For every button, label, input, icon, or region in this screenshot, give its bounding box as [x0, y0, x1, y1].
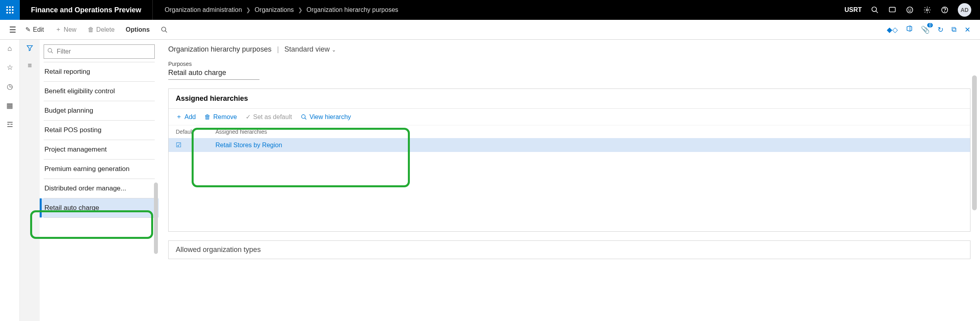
remove-button[interactable]: 🗑Remove — [204, 113, 237, 121]
global-header: Finance and Operations Preview Organizat… — [0, 0, 980, 20]
list-pane: Retail reporting Benefit eligibility con… — [40, 40, 159, 321]
svg-point-4 — [909, 9, 909, 10]
options-label: Options — [126, 26, 150, 33]
clock-icon[interactable]: ◷ — [7, 82, 13, 91]
add-button[interactable]: ＋Add — [176, 113, 196, 121]
star-icon[interactable]: ☆ — [7, 63, 13, 72]
list-item[interactable]: Retail reporting — [40, 62, 159, 81]
breadcrumb-item[interactable]: Organization hierarchy purposes — [307, 6, 398, 13]
filter-search-icon — [47, 48, 54, 56]
nav-rail: ⌂ ☆ ◷ ▦ ☲ — [0, 40, 20, 321]
view-selector[interactable]: Standard view ⌄ — [284, 45, 336, 54]
allowed-org-types-section[interactable]: Allowed organization types — [168, 240, 970, 259]
popout-icon[interactable]: ⧉ — [951, 25, 957, 34]
scrollbar-thumb[interactable] — [972, 75, 977, 210]
svg-point-13 — [302, 115, 305, 118]
chevron-right-icon: ❯ — [246, 7, 251, 13]
svg-point-3 — [907, 7, 913, 13]
section-title: Assigned hierarchies — [169, 89, 970, 109]
chat-icon[interactable] — [888, 6, 897, 14]
breadcrumb-item[interactable]: Organizations — [255, 6, 294, 13]
svg-rect-2 — [890, 7, 895, 12]
waffle-icon — [6, 6, 13, 13]
list-item[interactable]: Benefit eligibility control — [40, 82, 159, 101]
view-hierarchy-button[interactable]: View hierarchy — [301, 113, 351, 121]
delete-label: Delete — [96, 26, 115, 33]
main-content: Organization hierarchy purposes | Standa… — [159, 40, 980, 321]
delete-button[interactable]: 🗑Delete — [82, 20, 120, 40]
app-launcher[interactable] — [0, 0, 20, 20]
col-default-header: Default — [176, 129, 215, 135]
scrollbar-thumb[interactable] — [154, 183, 158, 254]
svg-line-12 — [51, 52, 53, 53]
svg-point-6 — [926, 9, 928, 11]
trash-icon: 🗑 — [204, 113, 211, 121]
app-title: Finance and Operations Preview — [20, 0, 153, 20]
list-item[interactable]: Distributed order manage... — [40, 179, 159, 198]
breadcrumb-item[interactable]: Organization administration — [165, 6, 242, 13]
user-avatar[interactable]: AD — [958, 3, 971, 17]
purposes-label: Purposes — [168, 61, 970, 67]
svg-line-14 — [305, 118, 306, 119]
grid-row[interactable]: ☑ Retail Stores by Region — [169, 138, 970, 152]
hierarchy-link[interactable]: Retail Stores by Region — [215, 142, 282, 149]
office-icon[interactable] — [906, 25, 913, 34]
new-button[interactable]: ＋New — [50, 20, 82, 40]
plus-icon: ＋ — [55, 25, 61, 34]
company-code[interactable]: USRT — [844, 6, 862, 13]
close-icon[interactable]: ✕ — [965, 25, 970, 34]
filter-rail: ≡ — [20, 40, 40, 321]
edit-button[interactable]: ✎Edit — [20, 20, 50, 40]
diamond-icon[interactable]: ◆◇ — [887, 25, 898, 34]
home-icon[interactable]: ⌂ — [8, 44, 12, 53]
list-item[interactable]: Budget planning — [40, 101, 159, 120]
svg-point-8 — [945, 12, 945, 12]
search-icon[interactable] — [870, 6, 879, 14]
pencil-icon: ✎ — [25, 26, 31, 33]
default-checkbox[interactable]: ☑ — [176, 141, 215, 149]
smile-icon[interactable] — [905, 6, 914, 14]
svg-point-9 — [162, 27, 166, 31]
breadcrumb: Organization administration ❯ Organizati… — [153, 6, 836, 13]
svg-line-10 — [165, 31, 167, 33]
search-button[interactable] — [155, 20, 173, 40]
check-icon: ✓ — [246, 113, 251, 121]
filter-box[interactable] — [44, 44, 155, 59]
svg-line-1 — [876, 11, 878, 13]
svg-point-5 — [911, 9, 911, 10]
assigned-hierarchies-section: Assigned hierarchies ＋Add 🗑Remove ✓Set a… — [168, 88, 970, 232]
funnel-icon[interactable] — [26, 44, 33, 54]
trash-icon: 🗑 — [88, 26, 94, 33]
plus-icon: ＋ — [176, 113, 182, 121]
help-icon[interactable] — [940, 6, 949, 14]
svg-point-11 — [48, 48, 52, 52]
modules-icon[interactable]: ☲ — [7, 120, 13, 129]
svg-point-0 — [872, 7, 877, 12]
search-icon — [301, 114, 307, 120]
list-item-selected[interactable]: Retail auto charge — [40, 198, 159, 217]
list-lines-icon[interactable]: ≡ — [28, 62, 32, 70]
filter-input[interactable] — [57, 48, 151, 55]
set-default-button: ✓Set as default — [246, 113, 292, 121]
attach-icon[interactable]: 📎0 — [921, 25, 930, 34]
list-item[interactable]: Retail POS posting — [40, 121, 159, 140]
edit-label: Edit — [33, 26, 44, 33]
chevron-down-icon: ⌄ — [332, 47, 336, 53]
action-bar: ☰ ✎Edit ＋New 🗑Delete Options ◆◇ 📎0 ↻ ⧉ ✕ — [0, 20, 980, 40]
purposes-value: Retail auto charge — [168, 69, 259, 80]
list-item[interactable]: Project management — [40, 140, 159, 159]
purposes-list: Retail reporting Benefit eligibility con… — [40, 62, 159, 218]
new-label: New — [64, 26, 77, 33]
col-assigned-header: Assigned hierarchies — [215, 129, 963, 135]
grid-toolbar: ＋Add 🗑Remove ✓Set as default View hierar… — [169, 109, 970, 125]
chevron-right-icon: ❯ — [298, 7, 303, 13]
grid-header: Default Assigned hierarchies — [169, 125, 970, 138]
gear-icon[interactable] — [923, 6, 932, 14]
options-button[interactable]: Options — [120, 20, 155, 40]
menu-toggle-icon[interactable]: ☰ — [6, 25, 20, 35]
workspace-icon[interactable]: ▦ — [6, 101, 13, 110]
page-title: Organization hierarchy purposes — [168, 45, 271, 54]
list-item[interactable]: Premium earning generation — [40, 160, 159, 179]
refresh-icon[interactable]: ↻ — [938, 25, 943, 34]
